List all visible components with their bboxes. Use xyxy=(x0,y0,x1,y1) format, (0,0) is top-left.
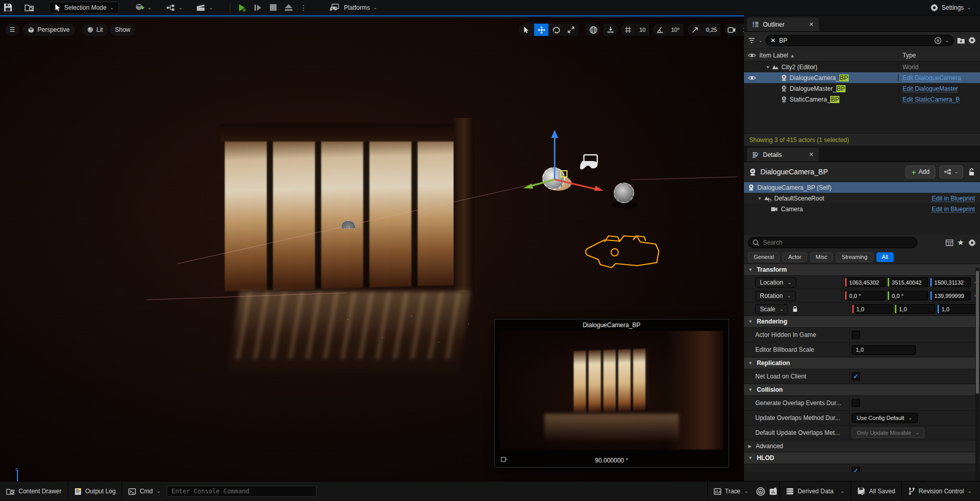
rotation-snap-value[interactable]: 10° xyxy=(668,24,683,36)
location-y-field[interactable]: 3515,40042 xyxy=(887,277,928,287)
component-row-self[interactable]: DialogueCamera_BP (Self) xyxy=(744,182,980,193)
blueprints-dropdown[interactable]: ⌄ xyxy=(162,2,187,14)
outliner-settings-icon[interactable] xyxy=(968,36,976,44)
close-icon[interactable]: ✕ xyxy=(809,151,814,158)
output-log-button[interactable]: Output Log xyxy=(68,482,122,501)
details-scrollbar[interactable] xyxy=(975,268,979,481)
location-z-field[interactable]: 1500,31132 xyxy=(930,277,971,287)
close-icon[interactable]: ✕ xyxy=(809,21,814,28)
rotation-y-field[interactable]: 0,0 ° xyxy=(887,291,928,300)
column-item-label[interactable]: Item Label ▲ xyxy=(759,52,898,59)
play-button[interactable] xyxy=(234,1,250,14)
tab-outliner[interactable]: Outliner ✕ xyxy=(747,17,819,31)
component-row-camera[interactable]: Camera Edit in Blueprint xyxy=(744,204,980,214)
filter-icon[interactable] xyxy=(748,37,755,44)
outliner-search-input[interactable] xyxy=(779,37,930,44)
grid-snap-toggle[interactable] xyxy=(621,24,635,36)
platforms-dropdown[interactable]: Platforms ⌄ xyxy=(325,2,382,14)
stop-button[interactable] xyxy=(265,1,281,14)
cmd-dropdown[interactable]: Cmd ⌄ xyxy=(122,482,167,501)
scale-y-field[interactable]: 1,0 xyxy=(894,304,935,314)
outliner-row-dialoguemaster[interactable]: DialogueMaster_BP Edit DialogueMaster xyxy=(744,83,980,94)
collapse-arrow-icon[interactable]: ▾ xyxy=(758,196,761,201)
component-row-scene-root[interactable]: ▾ C DefaultSceneRoot Edit in Blueprint xyxy=(744,193,980,204)
world-local-space-toggle[interactable] xyxy=(586,24,600,36)
outliner-row-world[interactable]: ▾ City2 (Editor) World xyxy=(744,62,980,72)
snapshot-status-icon[interactable] xyxy=(769,487,777,495)
eye-icon[interactable] xyxy=(744,75,759,81)
static-camera-sphere[interactable] xyxy=(614,183,634,203)
location-combo[interactable]: Location⌄ xyxy=(755,277,796,288)
edit-blueprint-link[interactable]: Edit StaticCamera_B xyxy=(903,96,959,103)
scale-tool-button[interactable] xyxy=(564,24,578,36)
edit-blueprint-link[interactable]: Edit DialogueMaster xyxy=(903,85,958,92)
scale-snap-value[interactable]: 0,25 xyxy=(702,24,720,36)
edit-blueprint-link[interactable]: Edit DialogueCamera xyxy=(903,74,961,82)
edit-in-blueprint-link[interactable]: Edit in Blueprint xyxy=(932,206,975,213)
content-browser-icon[interactable] xyxy=(22,1,37,14)
show-flags-dropdown[interactable]: Show xyxy=(110,24,135,36)
revision-control-dropdown[interactable]: Revision Control ⌄ xyxy=(902,482,980,501)
net-load-checkbox[interactable]: ✓ xyxy=(852,372,860,380)
rotation-x-field[interactable]: 0,0 ° xyxy=(845,291,886,300)
settings-dropdown[interactable]: Settings ⌄ xyxy=(926,2,976,14)
level-viewport[interactable]: ☰ Perspective Lit Show xyxy=(0,15,744,481)
add-filter-icon[interactable] xyxy=(934,37,942,44)
play-options-menu-icon[interactable]: ⋮ xyxy=(296,1,311,14)
chevron-down-icon[interactable]: ⌄ xyxy=(945,38,949,43)
add-actor-dropdown[interactable]: ⌄ xyxy=(130,2,156,14)
rotation-combo[interactable]: Rotation⌄ xyxy=(755,291,796,301)
move-tool-button[interactable] xyxy=(534,24,548,36)
add-component-button[interactable]: + Add xyxy=(906,166,935,178)
scale-x-field[interactable]: 1,0 xyxy=(852,304,893,314)
content-drawer-button[interactable]: Content Drawer xyxy=(0,482,68,501)
display-options-icon[interactable] xyxy=(946,239,953,246)
column-type[interactable]: Type xyxy=(898,52,980,59)
console-command-input[interactable] xyxy=(167,486,317,497)
skip-frame-button[interactable] xyxy=(250,1,265,14)
billboard-scale-field[interactable]: 1,0 xyxy=(852,345,916,355)
trace-dropdown[interactable]: Trace ⌄ xyxy=(708,482,755,501)
selection-mode-dropdown[interactable]: Selection Mode ⌄ xyxy=(49,2,119,14)
blueprint-actions-dropdown[interactable]: ⌄ xyxy=(939,166,963,178)
edit-in-blueprint-link[interactable]: Edit in Blueprint xyxy=(932,195,975,202)
scale-snap-toggle[interactable] xyxy=(688,24,702,36)
selected-camera-outline[interactable] xyxy=(584,233,661,269)
eject-button[interactable] xyxy=(281,1,296,14)
unlock-icon[interactable] xyxy=(968,168,975,176)
all-saved-button[interactable]: All Saved xyxy=(851,482,901,501)
cinematics-dropdown[interactable]: ⌄ xyxy=(191,2,218,14)
save-icon[interactable] xyxy=(0,1,15,14)
scrollbar-thumb[interactable] xyxy=(976,271,979,394)
update-overlaps-dropdown[interactable]: Use Config Default⌄ xyxy=(852,413,918,423)
category-replication[interactable]: ▼ Replication xyxy=(744,357,980,369)
generate-overlap-checkbox[interactable] xyxy=(852,399,860,407)
tab-details[interactable]: Details ✕ xyxy=(747,148,819,162)
rotate-tool-button[interactable] xyxy=(549,24,563,36)
collapse-arrow-icon[interactable]: ▾ xyxy=(767,65,769,70)
camera-speed-value[interactable]: 1,4 xyxy=(739,24,744,36)
viewport-options-menu[interactable]: ☰ xyxy=(5,24,19,36)
grid-snap-value[interactable]: 10 xyxy=(636,24,649,36)
view-mode-lit-dropdown[interactable]: Lit xyxy=(82,24,108,36)
tab-all[interactable]: All xyxy=(876,252,894,262)
actor-hidden-checkbox[interactable] xyxy=(852,331,860,339)
category-rendering[interactable]: ▼ Rendering xyxy=(744,315,980,327)
tab-general[interactable]: General xyxy=(748,252,779,262)
tab-actor[interactable]: Actor xyxy=(782,252,807,262)
derived-data-dropdown[interactable]: Derived Data ⌄ xyxy=(780,482,850,501)
details-search-box[interactable] xyxy=(748,237,917,248)
clear-search-icon[interactable]: ✕ xyxy=(770,37,775,44)
location-x-field[interactable]: 1063,45302 xyxy=(845,277,886,287)
scale-combo[interactable]: Scale⌄ xyxy=(755,304,788,314)
category-collision[interactable]: ▼ Collision xyxy=(744,384,980,395)
tab-misc[interactable]: Misc xyxy=(810,252,833,262)
scale-z-field[interactable]: 1,0 xyxy=(937,304,978,314)
details-settings-icon[interactable] xyxy=(968,239,976,247)
rotation-snap-toggle[interactable] xyxy=(653,24,667,36)
visibility-column-icon[interactable] xyxy=(744,53,759,58)
rotation-z-field[interactable]: 139,999999 xyxy=(930,291,971,300)
camera-speed-button[interactable] xyxy=(724,24,739,36)
select-tool-button[interactable] xyxy=(519,24,534,36)
create-folder-icon[interactable] xyxy=(957,37,965,44)
